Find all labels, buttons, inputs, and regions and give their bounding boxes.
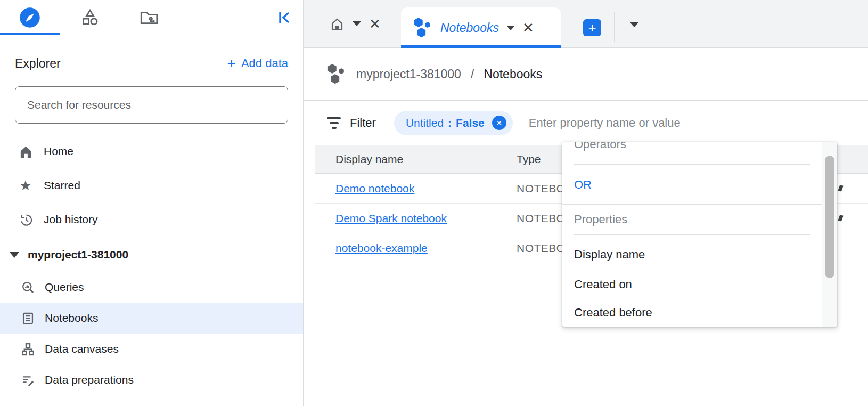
main-content: ✕ Notebooks ✕ + (304, 0, 868, 406)
sidebar-item-data-canvases[interactable]: Data canvases (0, 334, 303, 364)
star-icon: ★ (18, 178, 33, 192)
sidebar-item-label: Starred (44, 179, 80, 192)
chevron-down-icon[interactable] (506, 26, 515, 30)
filter-input[interactable] (528, 116, 757, 131)
sidebar-item-label: Notebooks (45, 312, 98, 324)
editor-tabstrip: ✕ Notebooks ✕ + (304, 0, 868, 48)
sidebar-item-label: Data canvases (45, 343, 119, 355)
tab-repositories[interactable] (119, 0, 179, 35)
sidebar-icon-tabs (0, 0, 303, 35)
shapes-icon (79, 7, 100, 28)
add-data-button[interactable]: + Add data (227, 56, 288, 70)
breadcrumb: myproject1-381000 / Notebooks (304, 48, 868, 101)
filter-suggestions-dropdown: Operators OR Properties Display name Cre… (562, 142, 837, 327)
chip-remove-icon[interactable]: ✕ (492, 116, 506, 130)
collapse-sidebar-button[interactable] (276, 9, 293, 26)
dropdown-section-properties: Properties (574, 204, 627, 234)
hexagons-icon (326, 63, 347, 85)
caret-down-icon (10, 252, 19, 258)
active-tab-indicator (0, 33, 60, 35)
sidebar-item-notebooks[interactable]: Notebooks (0, 303, 303, 334)
sidebar-item-label: Data preparations (45, 373, 134, 386)
notebook-link[interactable]: Demo notebook (335, 182, 414, 194)
explorer-title: Explorer (15, 56, 61, 71)
collapse-left-icon (276, 9, 293, 26)
tab-label: Notebooks (440, 21, 499, 35)
chip-property: Untitled (406, 117, 444, 129)
add-data-label: Add data (241, 56, 288, 70)
dropdown-divider (574, 164, 810, 165)
sidebar-item-queries[interactable]: Queries (0, 272, 303, 303)
active-tab-underline (401, 45, 561, 48)
hexagons-icon (413, 17, 433, 38)
chip-separator: : (448, 117, 452, 129)
close-icon[interactable]: ✕ (369, 17, 381, 31)
chevron-down-icon[interactable] (353, 21, 361, 26)
column-header-display-name: Display name (315, 153, 517, 166)
history-icon (18, 213, 33, 227)
notebook-icon (20, 311, 35, 326)
dropdown-item-created-before[interactable]: Created before (574, 299, 652, 327)
breadcrumb-project[interactable]: myproject1-381000 (356, 67, 461, 82)
tree-node-project[interactable]: myproject1-381000 (0, 238, 303, 272)
plus-icon: + (588, 21, 596, 35)
tab-explorer[interactable] (0, 0, 60, 35)
resource-search (15, 86, 288, 124)
dropdown-scrollbar-track (822, 142, 837, 327)
dropdown-item-display-name[interactable]: Display name (574, 240, 645, 270)
close-icon[interactable]: ✕ (522, 21, 534, 35)
breadcrumb-page: Notebooks (484, 67, 542, 82)
clipped-cell-fragment (838, 185, 844, 192)
plus-icon: + (227, 58, 236, 69)
home-outline-icon (330, 17, 345, 31)
home-icon (18, 144, 33, 159)
explorer-header: Explorer + Add data (0, 48, 303, 79)
tabstrip-divider (614, 12, 615, 42)
dropdown-scrollbar-thumb[interactable] (825, 156, 834, 278)
folder-branch-icon (139, 7, 159, 28)
sidebar-nav: Home ★ Starred Job history myproject1-38… (0, 134, 303, 395)
explorer-sidebar: Explorer + Add data Home ★ Starred (0, 0, 304, 406)
filter-icon (326, 117, 341, 129)
dropdown-section-operators: Operators (574, 142, 626, 151)
chip-value: False (456, 117, 485, 129)
notebook-link[interactable]: notebook-example (335, 242, 428, 254)
sidebar-item-job-history[interactable]: Job history (0, 202, 303, 237)
breadcrumb-separator: / (471, 67, 474, 82)
data-canvas-icon (20, 342, 35, 356)
clipped-cell-fragment (838, 215, 844, 222)
sidebar-item-starred[interactable]: ★ Starred (0, 168, 303, 202)
filter-chip[interactable]: Untitled : False ✕ (394, 111, 513, 135)
data-preparation-icon (20, 373, 35, 387)
dropdown-item-created-on[interactable]: Created on (574, 270, 632, 299)
tab-notebooks-active[interactable]: Notebooks ✕ (401, 7, 561, 48)
dropdown-divider (574, 234, 810, 235)
query-icon (20, 280, 35, 295)
sidebar-item-home[interactable]: Home (0, 134, 303, 168)
tab-home[interactable]: ✕ (330, 17, 381, 31)
project-label: myproject1-381000 (28, 248, 128, 261)
notebook-link[interactable]: Demo Spark notebook (335, 212, 447, 224)
filter-bar: Filter Untitled : False ✕ (304, 101, 868, 145)
sidebar-item-label: Job history (44, 213, 98, 226)
tab-overflow-chevron-icon[interactable] (630, 22, 638, 27)
new-tab-button[interactable]: + (583, 19, 601, 36)
search-input[interactable] (26, 98, 277, 112)
sidebar-item-label: Home (44, 145, 73, 158)
compass-icon (19, 7, 40, 28)
sidebar-item-data-preparations[interactable]: Data preparations (0, 364, 303, 395)
tab-data-canvas[interactable] (60, 0, 119, 35)
dropdown-item-or[interactable]: OR (574, 166, 592, 204)
sidebar-item-label: Queries (45, 281, 84, 294)
filter-label[interactable]: Filter (350, 116, 376, 130)
